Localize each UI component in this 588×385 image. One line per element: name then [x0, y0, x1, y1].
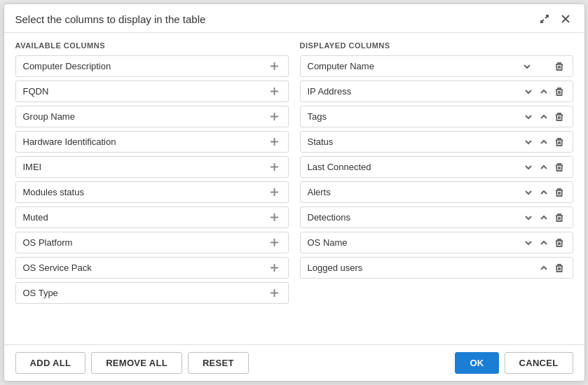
list-item[interactable]: Logged users [300, 257, 573, 279]
dialog-footer: ADD ALL REMOVE ALL RESET OK CANCEL [4, 344, 584, 381]
delete-column-icon[interactable] [553, 162, 566, 172]
move-up-icon[interactable] [538, 112, 550, 122]
delete-column-icon[interactable] [553, 137, 566, 147]
list-item[interactable]: Muted [15, 206, 289, 228]
footer-right: OK CANCEL [455, 352, 573, 374]
delete-column-icon[interactable] [553, 263, 566, 273]
header-icons [537, 13, 573, 25]
add-column-icon[interactable] [268, 111, 281, 122]
column-item-label: Muted [23, 212, 48, 223]
column-item-label: FQDN [23, 86, 49, 97]
list-item[interactable]: Hardware Identification [15, 131, 289, 153]
add-column-icon[interactable] [268, 262, 281, 273]
list-item[interactable]: Computer Name [300, 55, 573, 77]
move-down-icon[interactable] [522, 238, 535, 248]
column-item-actions [522, 213, 566, 223]
add-column-icon[interactable] [268, 61, 281, 71]
column-item-label: Group Name [23, 111, 75, 122]
column-item-label: OS Name [308, 237, 348, 248]
add-column-icon[interactable] [268, 187, 281, 197]
add-column-icon[interactable] [268, 212, 281, 223]
column-item-label: IP Address [308, 86, 352, 97]
column-item-actions [268, 187, 281, 197]
delete-column-icon[interactable] [553, 188, 566, 197]
move-down-icon[interactable] [522, 188, 535, 197]
column-item-actions [522, 112, 566, 122]
delete-column-icon[interactable] [553, 213, 566, 223]
list-item[interactable]: FQDN [15, 80, 289, 102]
available-columns-header: AVAILABLE COLUMNS [15, 41, 289, 50]
add-column-icon[interactable] [268, 86, 281, 97]
column-item-actions [522, 188, 566, 197]
delete-column-icon[interactable] [553, 112, 566, 122]
column-item-label: OS Service Pack [23, 262, 92, 273]
column-item-label: Modules status [23, 187, 84, 197]
displayed-columns-list: Computer Name IP Address [300, 55, 573, 342]
move-up-icon[interactable] [538, 238, 550, 248]
column-item-actions [268, 288, 281, 298]
move-up-icon[interactable] [538, 162, 550, 172]
list-item[interactable]: Tags [300, 106, 573, 127]
column-item-label: Computer Name [308, 61, 374, 71]
list-item[interactable]: Last Connected [300, 156, 573, 178]
delete-column-icon[interactable] [553, 62, 566, 71]
dialog-header: Select the columns to display in the tab… [4, 4, 584, 33]
remove-all-button[interactable]: REMOVE ALL [91, 352, 182, 374]
move-down-icon[interactable] [522, 112, 535, 122]
add-column-icon[interactable] [268, 162, 281, 172]
list-item[interactable]: IP Address [300, 80, 573, 102]
available-columns-panel: AVAILABLE COLUMNS Computer Description F… [15, 41, 289, 342]
reset-button[interactable]: RESET [188, 352, 249, 374]
column-item-label: OS Platform [23, 237, 73, 248]
column-item-label: Hardware Identification [23, 136, 116, 147]
column-item-label: OS Type [23, 288, 58, 298]
move-up-icon[interactable] [538, 188, 550, 197]
ok-button[interactable]: OK [455, 352, 498, 374]
column-item-label: IMEI [23, 162, 42, 172]
add-column-icon[interactable] [268, 136, 281, 147]
list-item[interactable]: OS Platform [15, 232, 289, 253]
list-item[interactable]: Status [300, 131, 573, 153]
column-item-actions [522, 137, 566, 147]
list-item[interactable]: Detections [300, 206, 573, 228]
list-item[interactable]: OS Service Pack [15, 257, 289, 279]
column-item-actions [268, 86, 281, 97]
delete-column-icon[interactable] [553, 238, 566, 248]
add-all-button[interactable]: ADD ALL [15, 352, 86, 374]
column-item-label: Logged users [308, 262, 363, 273]
expand-icon[interactable] [537, 13, 552, 25]
list-item[interactable]: OS Name [300, 232, 573, 253]
close-icon[interactable] [558, 13, 573, 25]
move-up-icon[interactable] [538, 213, 550, 223]
column-item-actions [268, 111, 281, 122]
move-up-icon[interactable] [538, 263, 550, 273]
list-item[interactable]: Modules status [15, 181, 289, 203]
available-columns-list: Computer Description FQDN Group Name [15, 55, 289, 342]
add-column-icon[interactable] [268, 237, 281, 248]
column-item-actions [522, 87, 566, 97]
move-down-icon[interactable] [522, 137, 535, 147]
column-item-label: Detections [308, 212, 350, 223]
list-item[interactable]: IMEI [15, 156, 289, 178]
move-up-icon[interactable] [538, 87, 550, 97]
delete-column-icon[interactable] [553, 87, 566, 97]
list-item[interactable]: OS Type [15, 282, 289, 304]
move-down-icon[interactable] [522, 213, 535, 223]
move-down-icon[interactable] [522, 87, 535, 97]
column-item-actions [522, 238, 566, 248]
list-item[interactable]: Computer Description [15, 55, 289, 77]
cancel-button[interactable]: CANCEL [505, 352, 573, 374]
column-item-label: Tags [308, 111, 327, 122]
list-item[interactable]: Group Name [15, 106, 289, 127]
column-item-actions [268, 262, 281, 273]
move-down-icon[interactable] [521, 62, 533, 71]
dialog-body: AVAILABLE COLUMNS Computer Description F… [4, 33, 584, 342]
displayed-columns-panel: DISPLAYED COLUMNS Computer Name IP Addre… [300, 41, 573, 342]
column-item-actions [268, 61, 281, 71]
move-down-icon[interactable] [522, 162, 535, 172]
column-item-actions [522, 162, 566, 172]
list-item[interactable]: Alerts [300, 181, 573, 203]
move-up-icon[interactable] [538, 137, 550, 147]
add-column-icon[interactable] [268, 288, 281, 298]
dialog-title: Select the columns to display in the tab… [15, 13, 206, 25]
